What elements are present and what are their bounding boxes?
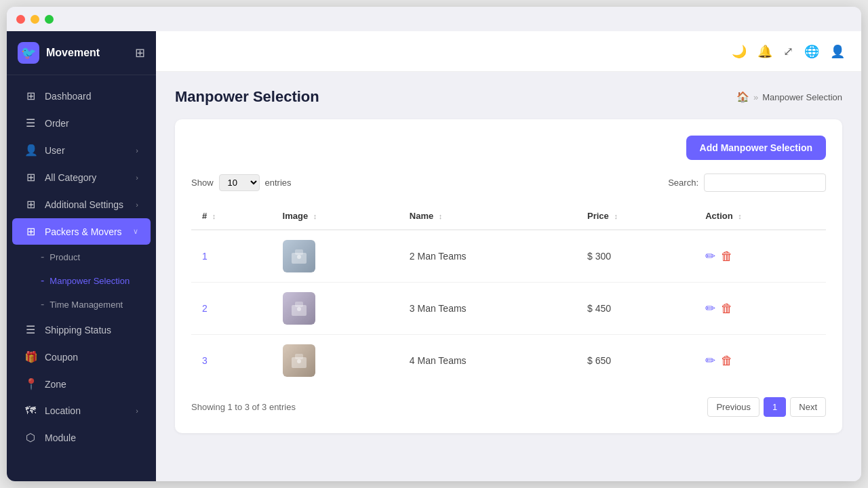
sidebar-sub-time-management[interactable]: - Time Management [12, 293, 151, 316]
svg-point-3 [297, 255, 301, 259]
sort-icon: ↕ [212, 212, 216, 220]
main-card: Add Manpower Selection Show 10 25 50 100 [175, 119, 842, 433]
delete-button[interactable]: 🗑 [721, 354, 733, 368]
svg-point-7 [297, 307, 301, 311]
sidebar-item-packers-movers[interactable]: ⊞ Packers & Movers ∨ [12, 218, 151, 245]
maximize-dot[interactable] [45, 15, 54, 24]
dash-icon: - [41, 274, 44, 287]
col-name: Name ↕ [399, 203, 576, 230]
sidebar-item-label: Location [45, 405, 81, 416]
sidebar-header: 🐦 Movement ⊞ [7, 31, 156, 75]
minimize-dot[interactable] [31, 15, 39, 24]
sidebar-item-label: Dashboard [45, 91, 92, 102]
grid-toggle-icon[interactable]: ⊞ [135, 45, 145, 60]
sidebar-sub-manpower-selection[interactable]: - Manpower Selection [12, 269, 151, 292]
col-image: Image ↕ [272, 203, 399, 230]
search-input[interactable] [704, 174, 826, 192]
order-icon: ☰ [24, 117, 37, 129]
sort-icon: ↕ [439, 212, 443, 220]
svg-rect-10 [295, 354, 303, 359]
sort-icon: ↕ [313, 212, 317, 220]
shipping-icon: ☰ [24, 323, 37, 336]
settings-icon: ⊞ [24, 198, 37, 211]
fullscreen-icon[interactable]: ⤢ [783, 44, 793, 59]
cell-name: 3 Man Teams [399, 283, 576, 335]
brand-icon: 🐦 [18, 42, 39, 64]
page-title: Manpower Selection [175, 88, 319, 106]
svg-rect-6 [295, 302, 303, 307]
sidebar-sub-label: Manpower Selection [50, 276, 130, 286]
cell-num: 1 [191, 230, 272, 283]
location-icon: 🗺 [24, 405, 37, 417]
sort-icon: ↕ [738, 212, 742, 220]
dark-mode-icon[interactable]: 🌙 [732, 44, 747, 59]
chevron-right-icon: › [136, 201, 138, 209]
sidebar-item-shipping-status[interactable]: ☰ Shipping Status [12, 317, 151, 343]
sidebar-item-label: All Category [45, 172, 96, 183]
table-controls: Show 10 25 50 100 entries Search: [191, 174, 826, 192]
sidebar-item-label: Order [45, 118, 69, 129]
sidebar-sub-product[interactable]: - Product [12, 245, 151, 268]
language-icon[interactable]: 🌐 [804, 44, 819, 59]
cell-num: 2 [191, 283, 272, 335]
col-num: # ↕ [191, 203, 272, 230]
brand: 🐦 Movement [18, 42, 100, 64]
table-row: 1 2 Man Teams $ 300 ✏ 🗑 [191, 230, 826, 283]
edit-button[interactable]: ✏ [705, 353, 715, 368]
sidebar-item-label: Packers & Movers [45, 226, 122, 237]
card-toolbar: Add Manpower Selection [191, 136, 826, 160]
profile-icon[interactable]: 👤 [830, 44, 845, 59]
close-dot[interactable] [16, 15, 25, 24]
breadcrumb: 🏠 » Manpower Selection [736, 91, 842, 103]
page-header: Manpower Selection 🏠 » Manpower Selectio… [175, 88, 842, 106]
table-row: 2 3 Man Teams $ 450 ✏ 🗑 [191, 283, 826, 335]
show-entries: Show 10 25 50 100 entries [191, 174, 292, 191]
sidebar-item-additional-settings[interactable]: ⊞ Additional Settings › [12, 191, 151, 218]
cell-action: ✏ 🗑 [694, 230, 826, 283]
sidebar-item-module[interactable]: ⬡ Module [12, 424, 151, 451]
home-icon[interactable]: 🏠 [736, 91, 749, 103]
sidebar-item-label: User [45, 145, 65, 156]
user-icon: 👤 [24, 144, 37, 157]
prev-button[interactable]: Previous [707, 397, 760, 417]
chevron-right-icon: › [136, 146, 138, 155]
sidebar-item-dashboard[interactable]: ⊞ Dashboard [12, 83, 151, 109]
sidebar-item-all-category[interactable]: ⊞ All Category › [12, 164, 151, 190]
breadcrumb-current: Manpower Selection [762, 92, 842, 102]
sidebar-item-zone[interactable]: 📍 Zone [12, 371, 151, 397]
sidebar-item-label: Coupon [45, 352, 78, 363]
notifications-icon[interactable]: 🔔 [757, 44, 772, 59]
edit-button[interactable]: ✏ [705, 249, 715, 264]
sidebar-nav: ⊞ Dashboard ☰ Order 👤 User › ⊞ All Categ… [7, 75, 156, 481]
packers-icon: ⊞ [24, 225, 37, 238]
svg-point-11 [297, 359, 301, 363]
sidebar-item-user[interactable]: 👤 User › [12, 137, 151, 163]
add-manpower-selection-button[interactable]: Add Manpower Selection [686, 136, 826, 160]
sort-icon: ↕ [614, 212, 618, 220]
cell-image [272, 335, 399, 387]
cell-name: 4 Man Teams [399, 335, 576, 387]
row-image [283, 240, 315, 272]
next-button[interactable]: Next [790, 397, 826, 417]
col-action: Action ↕ [694, 203, 826, 230]
search-label: Search: [668, 178, 698, 188]
col-price: Price ↕ [576, 203, 694, 230]
sidebar-item-order[interactable]: ☰ Order [12, 110, 151, 136]
topbar: 🌙 🔔 ⤢ 🌐 👤 [156, 31, 861, 72]
sidebar-sub-label: Product [50, 252, 80, 262]
sidebar-item-label: Zone [45, 379, 66, 390]
row-image [283, 344, 315, 377]
delete-button[interactable]: 🗑 [721, 249, 733, 264]
entries-select[interactable]: 10 25 50 100 [219, 174, 260, 191]
edit-button[interactable]: ✏ [705, 301, 715, 316]
cell-price: $ 650 [576, 335, 694, 387]
sidebar-sub-label: Time Management [50, 300, 123, 310]
table-header-row: # ↕ Image ↕ Name ↕ [191, 203, 826, 230]
delete-button[interactable]: 🗑 [721, 302, 733, 316]
zone-icon: 📍 [24, 378, 37, 390]
dashboard-icon: ⊞ [24, 89, 37, 102]
sidebar-item-location[interactable]: 🗺 Location › [12, 398, 151, 424]
dash-icon: - [41, 251, 44, 263]
page-1-button[interactable]: 1 [764, 397, 786, 417]
sidebar-item-coupon[interactable]: 🎁 Coupon [12, 344, 151, 370]
